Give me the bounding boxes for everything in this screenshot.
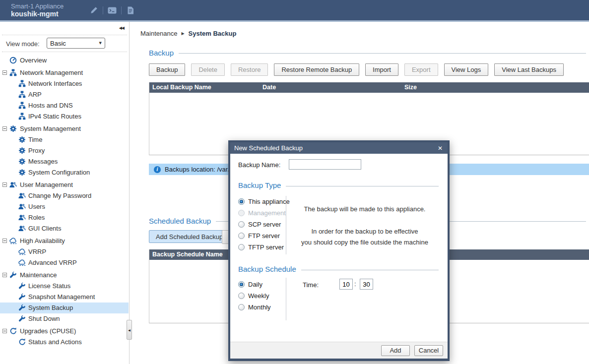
radio-label: Weekly [248,292,269,300]
sidebar-item-label: Messages [28,158,58,165]
radio-label: Monthly [248,303,271,311]
cancel-button[interactable]: Cancel [414,345,443,356]
sidebar-item-maintenance[interactable]: Maintenance [0,270,129,281]
column-header-date: Date [262,84,276,91]
radio-tftp-server[interactable]: TFTP server [238,242,290,253]
import-button[interactable]: Import [365,63,398,76]
backup-type-description: you should copy the file outside the mac… [289,239,441,246]
radio-button-icon [238,233,245,239]
chevron-left-icon: ◀ [128,328,131,332]
time-minute-input[interactable] [360,279,373,290]
view-mode-select[interactable]: Basic ▼ [47,38,105,49]
header-toolbar [89,4,135,16]
sidebar-item-advanced-vrrp[interactable]: Advanced VRRP [0,257,129,268]
expander-minus-icon[interactable] [2,70,7,75]
sidebar-item-snapshot-management[interactable]: Snapshot Management [0,292,129,303]
network-icon [9,69,17,77]
terminal-icon[interactable] [108,6,117,15]
document-icon[interactable] [126,6,135,15]
radio-weekly[interactable]: Weekly [238,290,271,302]
sidebar-item-label: Network Interfaces [28,80,82,87]
sidebar-item-user-management[interactable]: User Management [0,180,129,190]
time-hour-input[interactable] [339,279,353,290]
sidebar-item-network-interfaces[interactable]: Network Interfaces [0,78,129,89]
radio-button-icon [238,304,245,310]
sidebar-item-label: Snapshot Management [28,293,95,301]
sidebar-item-users[interactable]: Users [0,201,129,212]
restore-button: Restore [231,63,268,76]
radio-scp-server[interactable]: SCP server [238,219,290,230]
breadcrumb-arrow-icon: ▶ [181,31,184,36]
sidebar-item-time[interactable]: Time [0,134,129,145]
sidebar-item-label: Advanced VRRP [28,259,77,266]
sidebar-item-network-management[interactable]: Network Management [0,67,129,78]
sidebar-tree: OverviewNetwork ManagementNetwork Interf… [0,54,129,348]
backup-button[interactable]: Backup [149,63,185,76]
sidebar-item-roles[interactable]: Roles [0,212,129,223]
radio-label: SCP server [248,221,281,228]
sidebar-item-system-management[interactable]: System Management [0,123,129,134]
scheduled-section-title: Scheduled Backup [149,217,211,225]
backup-name-input[interactable] [289,159,361,170]
sidebar-item-label: ARP [28,91,42,98]
vertical-divider [286,278,286,320]
radio-ftp-server[interactable]: FTP server [238,230,290,242]
expander-minus-icon[interactable] [2,329,7,333]
time-label: Time: [303,281,319,289]
sidebar-item-status-and-actions[interactable]: Status and Actions [0,337,129,348]
sidebar-item-label: System Management [20,125,81,132]
sidebar-item-shut-down[interactable]: Shut Down [0,313,129,324]
dialog-body: Backup Name: Backup Type This applianceM… [230,154,448,342]
view-last-backups-button[interactable]: View Last Backups [494,63,564,76]
column-header-size: Size [404,84,417,91]
sidebar-item-label: Network Management [20,69,83,76]
gear-icon [18,169,26,177]
sidebar-item-overview[interactable]: Overview [0,55,129,66]
sidebar-collapse-icon[interactable]: ◀◀ [119,26,124,30]
restore-remote-backup-button[interactable]: Restore Remote Backup [274,63,359,76]
sidebar-item-hosts-and-dns[interactable]: Hosts and DNS [0,100,129,111]
sidebar-item-system-backup[interactable]: System Backup [0,303,129,313]
radio-monthly[interactable]: Monthly [238,302,271,313]
radio-daily[interactable]: Daily [238,279,271,290]
view-logs-button[interactable]: View Logs [444,63,489,76]
backup-schedule-title: Backup Schedule [238,265,296,273]
network-icon [18,113,26,121]
close-icon[interactable]: ✕ [437,145,444,152]
expander-minus-icon[interactable] [2,239,7,243]
app-header: Smart-1 Appliance koushik-mgmt [0,0,589,22]
breadcrumb-current: System Backup [189,30,237,37]
backup-toolbar: BackupDeleteRestoreRestore Remote Backup… [149,63,570,76]
header-separator [103,6,103,14]
expander-minus-icon[interactable] [2,273,7,277]
sidebar-item-license-status[interactable]: License Status [0,281,129,292]
dialog-footer: Add Cancel [230,342,448,359]
sidebar-item-vrrp[interactable]: VRRP [0,246,129,257]
sidebar-collapse-handle[interactable]: ◀ [127,320,132,340]
sidebar-item-high-availability[interactable]: High Availability [0,236,129,246]
sidebar-item-ipv4-static-routes[interactable]: IPv4 Static Routes [0,111,129,122]
radio-this-appliance[interactable]: This appliance [238,196,290,207]
expander-minus-icon[interactable] [2,182,7,187]
sidebar-item-change-my-password[interactable]: Change My Password [0,190,129,201]
sidebar-item-system-configuration[interactable]: System Configuration [0,167,129,178]
radio-button-icon [238,198,245,205]
add-scheduled-backup-button[interactable]: Add Scheduled Backup [149,230,230,243]
sidebar-item-messages[interactable]: Messages [0,156,129,167]
sidebar-item-gui-clients[interactable]: GUI Clients [0,223,129,234]
radio-label: Daily [248,281,262,288]
users-icon [18,203,26,211]
pencil-icon[interactable] [89,6,98,15]
radio-button-icon [238,293,245,299]
breadcrumb-parent[interactable]: Maintenance [140,30,177,37]
backup-type-description: In order for the backup to be effective [289,228,441,235]
add-button[interactable]: Add [381,345,410,356]
sidebar-item-proxy[interactable]: Proxy [0,145,129,156]
dialog-title-bar[interactable]: New Scheduled Backup ✕ [230,142,448,154]
sidebar-item-arp[interactable]: ARP [0,89,129,100]
sidebar-item-label: Overview [20,57,47,64]
sidebar-item-upgrades-cpuse[interactable]: Upgrades (CPUSE) [0,326,129,337]
expander-minus-icon[interactable] [2,126,7,131]
app-title: Smart-1 Appliance [11,2,64,10]
radio-button-icon [238,281,245,288]
